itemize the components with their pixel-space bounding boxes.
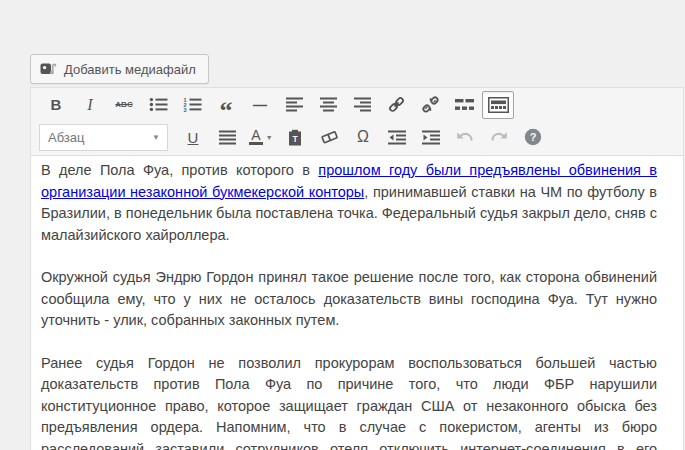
media-icon <box>40 62 57 77</box>
svg-text:?: ? <box>530 131 537 143</box>
read-more-button[interactable] <box>448 91 480 119</box>
paste-as-text-button[interactable]: T <box>279 123 311 151</box>
toolbar-row-1: BIABC123“— <box>31 88 683 121</box>
paragraph: Окружной судья Эндрю Гордон принял такое… <box>41 267 657 332</box>
align-justify-button[interactable] <box>211 123 243 151</box>
keyboard-icon <box>488 97 509 113</box>
toolbar-toggle-button[interactable] <box>482 91 514 119</box>
outdent-button[interactable] <box>381 123 413 151</box>
content-text: Ранее судья Гордон не позволил прокурора… <box>41 355 657 450</box>
bold-glyph: B <box>51 96 62 113</box>
help-button[interactable]: ? <box>517 123 549 151</box>
chevron-down-icon: ▼ <box>152 133 160 142</box>
blockquote-button[interactable]: “ <box>210 91 242 119</box>
chevron-down-icon: ▼ <box>266 134 273 141</box>
paragraph: В деле Пола Фуа, против которого в прошл… <box>41 160 657 246</box>
redo-icon <box>489 129 509 146</box>
content-text: Окружной судья Эндрю Гордон принял такое… <box>41 269 657 328</box>
clear-formatting-button[interactable] <box>313 123 345 151</box>
strikethrough-glyph: ABC <box>115 100 132 109</box>
redo-button[interactable] <box>483 123 515 151</box>
align-left-icon <box>286 97 303 112</box>
italic-button[interactable]: I <box>74 91 106 119</box>
text-color-glyph: A <box>249 129 262 145</box>
align-justify-icon <box>219 130 236 145</box>
unlink-icon <box>421 95 440 114</box>
align-left-button[interactable] <box>278 91 310 119</box>
underline-glyph: U <box>188 129 199 146</box>
numbered-list-button[interactable]: 123 <box>176 91 208 119</box>
strikethrough-button[interactable]: ABC <box>108 91 140 119</box>
add-media-label: Добавить медиафайл <box>64 62 196 77</box>
blockquote-glyph: “ <box>220 95 233 115</box>
svg-text:3: 3 <box>183 107 186 112</box>
insert-link-button[interactable] <box>380 91 412 119</box>
italic-glyph: I <box>87 96 92 114</box>
text-color-button[interactable]: A▼ <box>245 123 277 151</box>
link-icon <box>387 95 406 114</box>
indent-button[interactable] <box>415 123 447 151</box>
add-media-button[interactable]: Добавить медиафайл <box>30 54 209 84</box>
bold-button[interactable]: B <box>40 91 72 119</box>
format-select-value: Абзац <box>48 130 84 145</box>
align-right-button[interactable] <box>346 91 378 119</box>
help-icon: ? <box>524 128 542 146</box>
toolbar-row-2: Абзац▼UA▼TΩ? <box>31 121 683 155</box>
paragraph: Ранее судья Гордон не позволил прокурора… <box>41 353 657 450</box>
editor-toolbar: BIABC123“— Абзац▼UA▼TΩ? <box>31 88 683 156</box>
more-tag-icon <box>455 98 474 111</box>
format-select[interactable]: Абзац▼ <box>39 124 168 151</box>
align-center-icon <box>320 97 337 112</box>
special-character-glyph: Ω <box>357 128 369 146</box>
undo-icon <box>455 129 475 146</box>
horizontal-rule-button[interactable]: — <box>244 91 276 119</box>
undo-button[interactable] <box>449 123 481 151</box>
page: { "media_button": {"label": "Добавить ме… <box>0 0 685 450</box>
underline-button[interactable]: U <box>177 123 209 151</box>
outdent-icon <box>388 130 406 145</box>
text-editor: BIABC123“— Абзац▼UA▼TΩ? В деле Пола Фуа,… <box>30 87 684 450</box>
special-character-button[interactable]: Ω <box>347 123 379 151</box>
paste-text-icon: T <box>287 129 303 146</box>
align-right-icon <box>354 97 371 112</box>
horizontal-rule-glyph: — <box>253 97 267 113</box>
bulleted-list-icon <box>149 97 168 112</box>
bulleted-list-button[interactable] <box>142 91 174 119</box>
remove-link-button[interactable] <box>414 91 446 119</box>
content-text: В деле Пола Фуа, против которого в <box>41 162 318 178</box>
indent-icon <box>422 130 440 145</box>
editor-content[interactable]: В деле Пола Фуа, против которого в прошл… <box>31 156 683 450</box>
eraser-icon <box>320 129 339 145</box>
numbered-list-icon: 123 <box>183 97 202 112</box>
align-center-button[interactable] <box>312 91 344 119</box>
svg-text:T: T <box>292 134 298 144</box>
